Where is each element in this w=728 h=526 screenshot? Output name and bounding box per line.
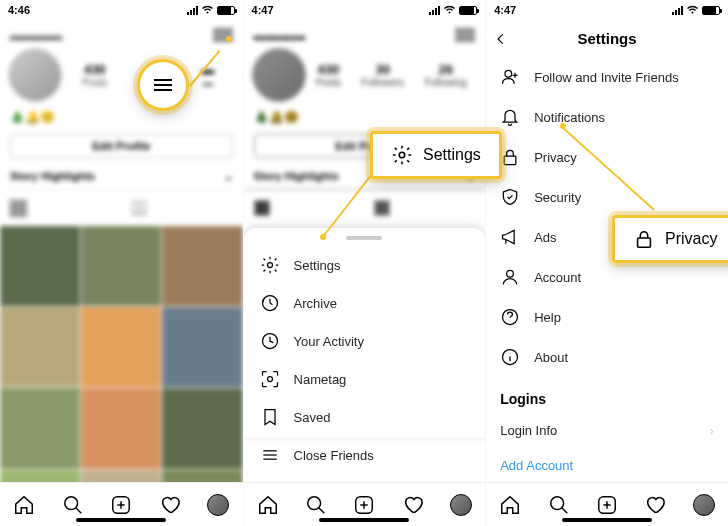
menu-close-friends[interactable]: Close Friends	[244, 436, 486, 474]
row-label: Account	[534, 270, 581, 285]
hamburger-icon[interactable]	[455, 26, 475, 44]
svg-rect-17	[375, 201, 390, 216]
nametag-icon	[260, 369, 280, 389]
svg-rect-5	[22, 206, 26, 210]
menu-label: Saved	[294, 410, 331, 425]
row-label: Security	[534, 190, 581, 205]
nav-search-icon[interactable]	[548, 494, 570, 516]
nav-heart-icon[interactable]	[644, 494, 666, 516]
settings-account[interactable]: Account	[486, 257, 728, 297]
svg-line-12	[76, 507, 82, 513]
wifi-icon	[443, 5, 456, 15]
svg-point-34	[507, 270, 514, 277]
svg-point-37	[550, 496, 563, 509]
gear-icon	[260, 255, 280, 275]
svg-rect-1	[16, 201, 20, 205]
bookmark-icon	[260, 407, 280, 427]
settings-login-info[interactable]: Login Info ›	[486, 413, 728, 448]
menu-label: Settings	[294, 258, 341, 273]
svg-point-21	[267, 377, 272, 382]
row-label: Ads	[534, 230, 556, 245]
nav-search-icon[interactable]	[62, 494, 84, 516]
svg-point-32	[505, 70, 512, 77]
menu-label: Your Activity	[294, 334, 364, 349]
bio-emojis: 🎄🔔😊	[0, 106, 243, 128]
nav-home-icon[interactable]	[257, 494, 279, 516]
cellular-icon	[429, 6, 440, 15]
menu-nametag[interactable]: Nametag	[244, 360, 486, 398]
svg-rect-3	[11, 206, 15, 210]
avatar[interactable]	[8, 48, 62, 102]
nav-profile-icon[interactable]	[450, 494, 472, 516]
info-icon	[500, 347, 520, 367]
home-indicator	[319, 518, 409, 522]
nav-add-icon[interactable]	[110, 494, 132, 516]
tab-grid[interactable]	[0, 190, 121, 226]
story-highlights-label[interactable]: Story Highlights	[10, 170, 95, 183]
svg-rect-43	[638, 238, 651, 247]
svg-line-38	[561, 507, 567, 513]
nav-add-icon[interactable]	[596, 494, 618, 516]
status-bar: 4:47	[486, 0, 728, 20]
photo-grid[interactable]	[0, 226, 243, 526]
home-indicator	[562, 518, 652, 522]
nav-profile-icon[interactable]	[207, 494, 229, 516]
wifi-icon	[686, 5, 699, 15]
row-label: About	[534, 350, 568, 365]
nav-heart-icon[interactable]	[159, 494, 181, 516]
nav-home-icon[interactable]	[13, 494, 35, 516]
svg-line-28	[319, 507, 325, 513]
row-label: Help	[534, 310, 561, 325]
svg-point-11	[65, 496, 78, 509]
person-add-icon	[500, 67, 520, 87]
callout-hamburger	[137, 59, 189, 111]
list-icon	[260, 445, 280, 465]
wifi-icon	[201, 5, 214, 15]
shield-icon	[500, 187, 520, 207]
nav-profile-icon[interactable]	[693, 494, 715, 516]
chevron-down-icon: ⌄	[224, 170, 233, 183]
add-account-link[interactable]: Add Account	[486, 448, 728, 483]
nav-heart-icon[interactable]	[402, 494, 424, 516]
svg-point-18	[267, 263, 272, 268]
nav-home-icon[interactable]	[499, 494, 521, 516]
menu-activity[interactable]: Your Activity	[244, 322, 486, 360]
svg-point-10	[138, 205, 141, 208]
chevron-right-icon: ›	[709, 423, 713, 438]
settings-follow-invite[interactable]: Follow and Invite Friends	[486, 57, 728, 97]
svg-rect-2	[22, 201, 26, 205]
screen-settings: 4:47 Settings Follow and Invite Friends …	[485, 0, 728, 526]
bell-icon	[500, 107, 520, 127]
stat-posts[interactable]: 430Posts	[82, 62, 107, 88]
callout-settings: Settings	[370, 131, 502, 179]
menu-saved[interactable]: Saved	[244, 398, 486, 436]
battery-icon	[217, 6, 235, 15]
lock-icon	[633, 228, 655, 250]
logins-header: Logins	[486, 377, 728, 413]
menu-settings[interactable]: Settings	[244, 246, 486, 284]
cellular-icon	[187, 6, 198, 15]
menu-sheet: Settings Archive Your Activity Nametag S…	[244, 228, 486, 438]
person-icon	[500, 267, 520, 287]
tab-tagged[interactable]	[121, 190, 242, 226]
settings-help[interactable]: Help	[486, 297, 728, 337]
status-time: 4:47	[252, 4, 274, 16]
svg-rect-0	[11, 201, 15, 205]
edit-profile-button[interactable]: Edit Profile	[10, 134, 233, 158]
clock-icon	[260, 293, 280, 313]
status-time: 4:47	[494, 4, 516, 16]
nav-search-icon[interactable]	[305, 494, 327, 516]
nav-add-icon[interactable]	[353, 494, 375, 516]
settings-security[interactable]: Security	[486, 177, 728, 217]
svg-point-27	[308, 496, 321, 509]
row-label: Login Info	[500, 423, 557, 438]
settings-notifications[interactable]: Notifications	[486, 97, 728, 137]
menu-label: Nametag	[294, 372, 347, 387]
settings-about[interactable]: About	[486, 337, 728, 377]
page-title: Settings	[577, 30, 636, 47]
settings-privacy[interactable]: Privacy	[486, 137, 728, 177]
home-indicator	[76, 518, 166, 522]
back-icon[interactable]	[494, 32, 508, 46]
menu-archive[interactable]: Archive	[244, 284, 486, 322]
svg-rect-8	[22, 212, 26, 216]
